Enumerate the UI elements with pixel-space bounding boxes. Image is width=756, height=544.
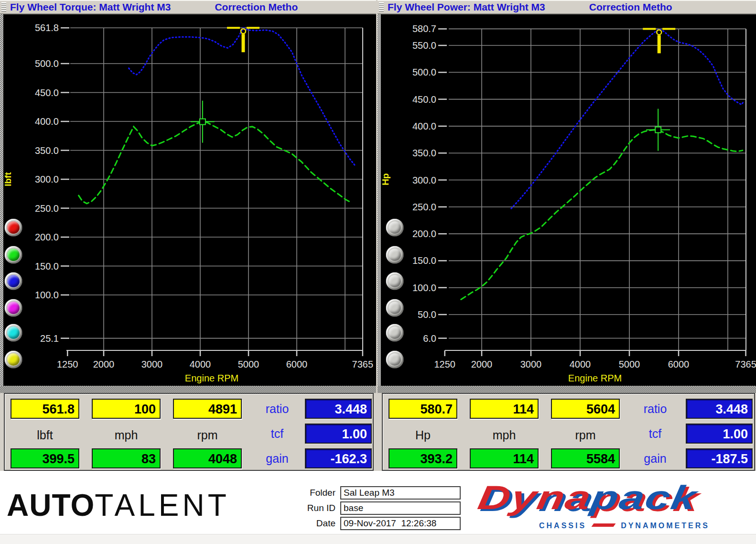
svg-text:100.0: 100.0 (412, 283, 436, 293)
window-edge (378, 14, 381, 393)
power-title: Fly Wheel Power: Matt Wright M3 (388, 1, 545, 13)
cursor2-rpm-value: 5584 (551, 448, 620, 468)
date-label: Date (278, 517, 335, 530)
svg-text:150.0: 150.0 (412, 255, 436, 266)
torque-window: 561.8500.0450.0400.0350.0300.0250.0200.0… (0, 0, 376, 393)
svg-text:1250: 1250 (57, 359, 78, 370)
power-correction-label: Correction Metho (589, 1, 672, 13)
svg-text:25.1: 25.1 (40, 333, 59, 344)
torque-correction-label: Correction Metho (215, 1, 298, 13)
dynapack-logo-dyna: Dyna (475, 479, 594, 516)
ratio-value: 3.448 (305, 399, 372, 419)
svg-text:Engine RPM: Engine RPM (568, 373, 622, 383)
gray-button-1-dot (389, 221, 401, 234)
svg-text:100.0: 100.0 (35, 290, 59, 300)
cursor2-torque-value: 399.5 (11, 448, 79, 468)
tcf-label: tcf (255, 424, 299, 444)
svg-text:550.0: 550.0 (412, 40, 436, 51)
yellow-button-dot (7, 353, 20, 366)
svg-text:500.0: 500.0 (35, 58, 59, 69)
gain-label: gain (255, 448, 299, 468)
gray-button-4[interactable] (386, 299, 403, 316)
gray-button-2-dot (389, 249, 401, 261)
gray-button-5[interactable] (386, 324, 403, 341)
svg-text:6000: 6000 (668, 359, 690, 370)
green-button[interactable] (5, 246, 22, 263)
unit-label-rpm: rpm (551, 424, 620, 446)
green-button-dot (7, 249, 20, 261)
ratio-label: ratio (633, 399, 677, 419)
folder-input[interactable]: Sal Leap M3 (340, 486, 461, 500)
svg-text:5000: 5000 (238, 359, 259, 370)
gray-button-5-dot (389, 326, 401, 339)
tcf-value: 1.00 (686, 424, 753, 444)
gray-button-1[interactable] (386, 219, 403, 236)
dynapack-chassis-label: CHASSIS (539, 522, 586, 530)
torque-titlebar[interactable]: Fly Wheel Torque: Matt Wright M3 Correct… (0, 0, 376, 14)
gain-label: gain (633, 448, 677, 468)
svg-text:4000: 4000 (570, 359, 591, 370)
svg-text:250.0: 250.0 (412, 202, 436, 212)
cursor2-speed-value: 83 (92, 448, 161, 468)
cyan-button-dot (7, 326, 20, 339)
tcf-value: 1.00 (305, 424, 372, 444)
window-edge (0, 14, 3, 393)
svg-text:2000: 2000 (93, 359, 115, 370)
date-input[interactable]: 09-Nov-2017 12:26:38 (340, 517, 461, 530)
yellow-button[interactable] (5, 351, 22, 368)
svg-text:150.0: 150.0 (35, 261, 59, 272)
cursor2-speed-value: 114 (470, 448, 539, 468)
svg-text:2000: 2000 (471, 359, 493, 370)
unit-label-mph: mph (470, 424, 539, 446)
gain-value: -187.5 (686, 448, 753, 468)
drag-grip-icon[interactable] (1, 2, 6, 12)
dynapack-logo: Dynapack (475, 479, 701, 516)
cursor-speed-value: 100 (92, 399, 161, 419)
svg-text:400.0: 400.0 (35, 116, 59, 127)
svg-text:300.0: 300.0 (412, 175, 436, 185)
unit-label-rpm: rpm (173, 424, 242, 446)
run-id-input[interactable]: base (340, 501, 461, 515)
cursor-torque-value: 561.8 (11, 399, 79, 419)
unit-label-mph: mph (92, 424, 161, 446)
power-readout-panel: 580.7 114 5604 Hp mph rpm 393.2 114 5584… (382, 393, 755, 471)
dynapack-dynamometers-label: DYNAMOMETERS (621, 522, 710, 530)
cyan-button[interactable] (5, 324, 22, 341)
cursor-rpm-value: 4891 (173, 399, 242, 419)
ratio-label: ratio (255, 399, 299, 419)
gray-button-3[interactable] (386, 272, 403, 290)
svg-text:580.7: 580.7 (412, 23, 436, 34)
cursor-power-value: 580.7 (389, 399, 457, 419)
gray-button-6-dot (389, 353, 401, 366)
folder-label: Folder (278, 486, 335, 500)
svg-text:6.0: 6.0 (423, 333, 436, 344)
magenta-button-dot (7, 302, 20, 314)
gray-button-6[interactable] (386, 351, 403, 368)
drag-grip-icon[interactable] (379, 2, 384, 12)
power-titlebar[interactable]: Fly Wheel Power: Matt Wright M3 Correcti… (378, 0, 756, 14)
svg-text:4000: 4000 (190, 359, 211, 370)
unit-label-lbft: lbft (11, 424, 79, 446)
red-button[interactable] (5, 219, 22, 236)
svg-text:400.0: 400.0 (412, 121, 436, 131)
svg-text:350.0: 350.0 (35, 145, 59, 156)
gray-button-3-dot (389, 275, 401, 287)
torque-readout-panel: 561.8 100 4891 lbft mph rpm 399.5 83 404… (4, 393, 374, 471)
svg-text:3000: 3000 (520, 359, 542, 370)
unit-label-hp: Hp (389, 424, 457, 446)
blue-button-dot (7, 275, 20, 287)
gray-button-4-dot (389, 302, 401, 314)
blue-button[interactable] (5, 272, 22, 290)
cursor-rpm-value: 5604 (551, 399, 620, 419)
cursor-speed-value: 114 (470, 399, 539, 419)
power-chart[interactable]: 580.7550.0500.0450.0400.0350.0300.0250.0… (381, 14, 756, 386)
dynapack-tagline: CHASSISDYNAMOMETERS (539, 522, 710, 530)
magenta-button[interactable] (5, 299, 22, 316)
torque-chart[interactable]: 561.8500.0450.0400.0350.0300.0250.0200.0… (3, 14, 376, 386)
dynapack-dash-icon (592, 523, 616, 527)
dynapack-logo-pack: pack (588, 479, 701, 516)
gray-button-2[interactable] (386, 246, 403, 263)
svg-text:450.0: 450.0 (412, 94, 436, 105)
svg-text:Hp: Hp (381, 173, 390, 185)
svg-text:lbft: lbft (3, 172, 13, 186)
